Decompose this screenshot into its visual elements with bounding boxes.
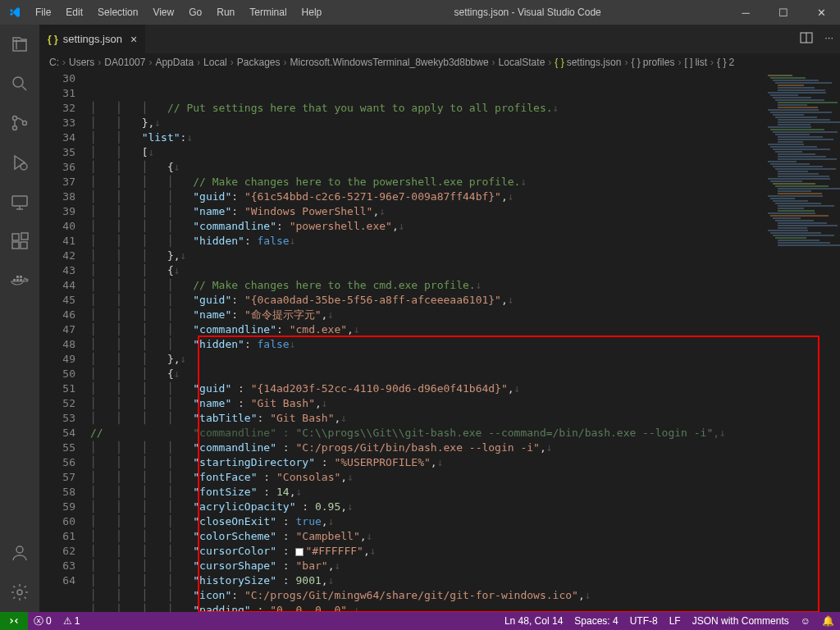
tab-label: settings.json — [63, 33, 122, 45]
status-language[interactable]: JSON with Comments — [687, 615, 795, 627]
svg-rect-7 — [12, 242, 19, 249]
close-button[interactable]: ✕ — [802, 0, 840, 25]
menu-run[interactable]: Run — [210, 3, 241, 21]
search-icon[interactable] — [0, 64, 39, 103]
extensions-icon[interactable] — [0, 221, 39, 261]
window-title: settings.json - Visual Studio Code — [328, 7, 727, 18]
status-cursor[interactable]: Ln 48, Col 14 — [499, 615, 568, 627]
remote-indicator[interactable] — [0, 612, 28, 630]
breadcrumb-segment[interactable]: DA01007 — [104, 57, 145, 68]
breadcrumb-segment[interactable]: Packages — [237, 57, 281, 68]
svg-point-2 — [13, 126, 17, 130]
docker-icon[interactable] — [0, 261, 39, 300]
status-bar: ⓧ0 ⚠1 Ln 48, Col 14 Spaces: 4 UTF-8 LF J… — [0, 612, 840, 630]
svg-point-1 — [13, 116, 17, 121]
menu-go[interactable]: Go — [182, 3, 208, 21]
minimap[interactable] — [760, 71, 840, 612]
explorer-icon[interactable] — [0, 25, 39, 64]
line-numbers: 3031323334353637383940414243444546474849… — [39, 71, 90, 612]
json-file-icon: { } — [48, 34, 58, 45]
remote-explorer-icon[interactable] — [0, 182, 39, 221]
breadcrumb-segment[interactable]: AppData — [155, 57, 194, 68]
split-editor-icon[interactable] — [800, 31, 813, 47]
svg-rect-14 — [20, 276, 22, 278]
menu-edit[interactable]: Edit — [59, 3, 89, 21]
status-indent[interactable]: Spaces: 4 — [568, 615, 623, 627]
svg-rect-9 — [21, 233, 28, 240]
settings-gear-icon[interactable] — [0, 573, 39, 612]
svg-point-3 — [23, 121, 27, 126]
svg-point-16 — [17, 590, 22, 595]
menu-help[interactable]: Help — [295, 3, 329, 21]
breadcrumb-segment[interactable]: list — [695, 57, 707, 68]
more-actions-icon[interactable]: ··· — [824, 31, 833, 47]
menu-file[interactable]: File — [29, 3, 57, 21]
editor-area: { } settings.json × ··· C:›Users›DA01007… — [39, 25, 840, 612]
code-content[interactable]: │ │ │ // Put settings here that you want… — [90, 71, 760, 612]
svg-rect-5 — [12, 196, 27, 206]
breadcrumb-segment[interactable]: settings.json — [567, 57, 622, 68]
tab-close-icon[interactable]: × — [130, 33, 137, 46]
activity-bar — [0, 25, 39, 612]
menu-selection[interactable]: Selection — [91, 3, 144, 21]
status-warnings[interactable]: ⚠1 — [57, 615, 86, 627]
svg-point-15 — [16, 546, 23, 553]
breadcrumb-segment[interactable]: LocalState — [499, 57, 546, 68]
svg-rect-6 — [12, 234, 19, 240]
tab-settings-json[interactable]: { } settings.json × — [39, 25, 146, 53]
breadcrumb-segment[interactable]: 2 — [728, 57, 734, 68]
maximize-button[interactable]: ☐ — [765, 0, 802, 25]
status-feedback-icon[interactable]: ☺ — [795, 615, 816, 627]
svg-rect-8 — [21, 242, 27, 249]
run-debug-icon[interactable] — [0, 143, 39, 182]
window-controls: ─ ☐ ✕ — [727, 0, 840, 25]
vscode-logo — [0, 6, 29, 19]
tabs-bar: { } settings.json × ··· — [39, 25, 840, 53]
source-control-icon[interactable] — [0, 103, 39, 143]
titlebar: FileEditSelectionViewGoRunTerminalHelp s… — [0, 0, 840, 25]
status-eol[interactable]: LF — [664, 615, 687, 627]
svg-point-0 — [13, 77, 23, 87]
breadcrumbs[interactable]: C:›Users›DA01007›AppData›Local›Packages›… — [39, 53, 840, 71]
breadcrumb-segment[interactable]: Local — [203, 57, 227, 68]
breadcrumb-segment[interactable]: Users — [69, 57, 94, 68]
accounts-icon[interactable] — [0, 533, 39, 573]
svg-rect-13 — [16, 276, 19, 278]
breadcrumb-segment[interactable]: C: — [49, 57, 59, 68]
breadcrumb-segment[interactable]: Microsoft.WindowsTerminal_8wekyb3d8bbwe — [290, 57, 488, 68]
menu-view[interactable]: View — [146, 3, 180, 21]
status-encoding[interactable]: UTF-8 — [624, 615, 664, 627]
status-errors[interactable]: ⓧ0 — [28, 614, 57, 628]
minimize-button[interactable]: ─ — [727, 0, 765, 25]
editor[interactable]: 3031323334353637383940414243444546474849… — [39, 71, 840, 612]
breadcrumb-segment[interactable]: profiles — [643, 57, 675, 68]
svg-point-4 — [21, 163, 27, 170]
menubar: FileEditSelectionViewGoRunTerminalHelp — [29, 3, 328, 21]
status-bell-icon[interactable]: 🔔 — [816, 615, 840, 627]
menu-terminal[interactable]: Terminal — [243, 3, 293, 21]
